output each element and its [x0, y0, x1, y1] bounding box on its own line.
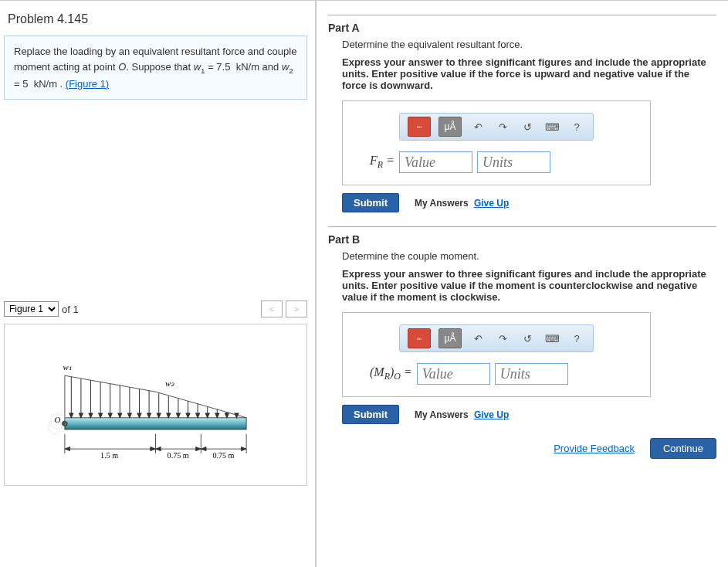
reset-icon[interactable]: ↺: [519, 330, 536, 347]
svg-rect-0: [65, 418, 246, 429]
part-b-value-input[interactable]: [417, 363, 490, 385]
part-b-variable: (MR)O =: [370, 365, 412, 382]
svg-marker-39: [235, 413, 239, 418]
figure-select[interactable]: Figure 1: [4, 301, 59, 317]
figure-label-w1: w₁: [63, 362, 72, 372]
figure-label-w2: w₂: [165, 379, 174, 389]
svg-marker-48: [65, 447, 70, 451]
template-icon[interactable]: ▫▫: [408, 328, 431, 348]
reset-icon[interactable]: ↺: [519, 118, 536, 135]
help-icon[interactable]: ?: [568, 118, 585, 135]
svg-marker-51: [156, 447, 161, 451]
svg-marker-13: [108, 413, 112, 418]
figure-label-o: O: [54, 415, 60, 424]
svg-marker-37: [225, 413, 229, 418]
figure-dim-3: 0.75 m: [212, 451, 234, 460]
figure-prev-button[interactable]: <: [261, 300, 283, 317]
part-b-units-input[interactable]: [495, 363, 568, 385]
part-a-instruction: Determine the equivalent resultant force…: [342, 39, 716, 50]
figure-dim-2: 0.75 m: [168, 451, 189, 460]
figure-link[interactable]: (Figure 1): [66, 78, 109, 90]
part-a-label: Part A: [328, 22, 716, 34]
svg-marker-15: [118, 413, 122, 418]
problem-title: Problem 4.145: [8, 12, 307, 26]
figure-image: O w₁ w₂: [4, 324, 307, 486]
part-b-submit-button[interactable]: Submit: [342, 405, 399, 424]
mu-a-button[interactable]: μÅ: [438, 117, 462, 137]
template-icon[interactable]: ▫▫: [408, 117, 431, 137]
figure-next-button[interactable]: >: [286, 300, 307, 317]
svg-marker-29: [186, 413, 190, 418]
undo-icon[interactable]: ↶: [469, 330, 486, 347]
provide-feedback-link[interactable]: Provide Feedback: [554, 443, 635, 454]
part-b-answer-box: ▫▫ μÅ ↶ ↷ ↺ ⌨ ? (MR)O =: [342, 312, 651, 397]
my-answers-label: My Answers: [415, 198, 469, 209]
svg-marker-31: [196, 413, 200, 418]
part-b-bold: Express your answer to three significant…: [342, 268, 716, 303]
redo-icon[interactable]: ↷: [494, 118, 511, 135]
keyboard-icon[interactable]: ⌨: [543, 118, 560, 135]
part-a-submit-button[interactable]: Submit: [342, 193, 399, 212]
part-a-value-input[interactable]: [399, 151, 472, 173]
give-up-link[interactable]: Give Up: [474, 409, 509, 420]
part-b-instruction: Determine the couple moment.: [342, 250, 716, 262]
problem-statement: Replace the loading by an equivalent res…: [4, 36, 307, 100]
svg-point-40: [63, 421, 68, 426]
svg-marker-17: [127, 413, 131, 418]
problem-text: Replace the loading by an equivalent res…: [14, 46, 296, 90]
svg-marker-11: [99, 413, 103, 418]
svg-marker-55: [241, 447, 246, 451]
svg-marker-35: [215, 413, 219, 418]
part-a-answer-box: ▫▫ μÅ ↶ ↷ ↺ ⌨ ? FR =: [342, 100, 651, 185]
svg-marker-5: [69, 413, 73, 418]
give-up-link[interactable]: Give Up: [474, 198, 509, 209]
svg-marker-9: [89, 413, 93, 418]
svg-marker-33: [205, 413, 209, 418]
svg-marker-21: [147, 413, 151, 418]
svg-marker-27: [176, 413, 180, 418]
figure-of-text: of 1: [62, 304, 79, 315]
svg-marker-23: [157, 413, 161, 418]
part-a-units-input[interactable]: [477, 151, 550, 173]
svg-marker-54: [201, 447, 206, 451]
undo-icon[interactable]: ↶: [469, 118, 486, 135]
help-icon[interactable]: ?: [568, 330, 585, 347]
svg-marker-25: [167, 413, 171, 418]
redo-icon[interactable]: ↷: [494, 330, 511, 347]
my-answers-label: My Answers: [415, 409, 469, 420]
part-b-label: Part B: [328, 233, 716, 246]
part-a-variable: FR =: [370, 154, 394, 171]
svg-marker-19: [137, 413, 141, 418]
part-a-bold: Express your answer to three significant…: [342, 56, 716, 91]
svg-marker-7: [79, 413, 83, 418]
continue-button[interactable]: Continue: [650, 438, 716, 459]
mu-a-button[interactable]: μÅ: [438, 328, 462, 348]
figure-dim-1: 1.5 m: [100, 451, 118, 460]
keyboard-icon[interactable]: ⌨: [543, 330, 560, 347]
